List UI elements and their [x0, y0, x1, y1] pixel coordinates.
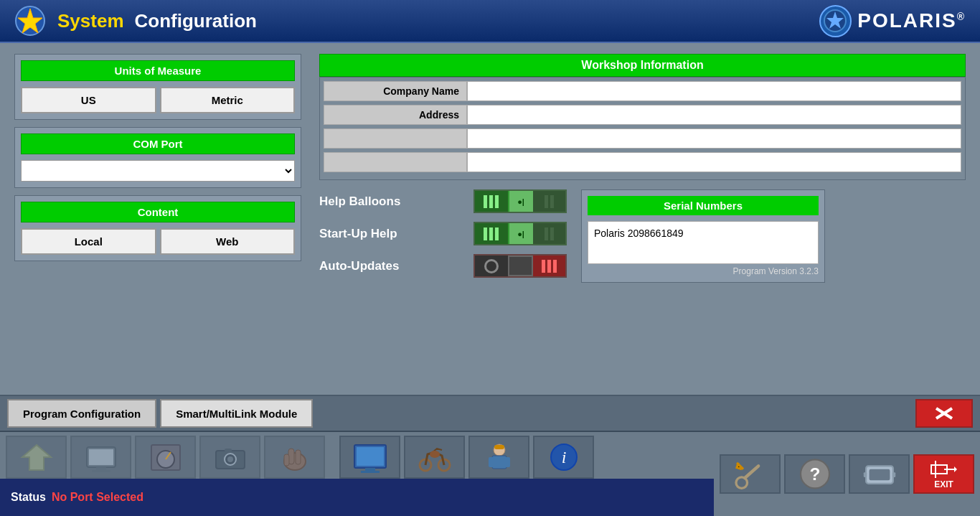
config-label: Configuration: [135, 10, 257, 32]
toolbar-icon-row: i: [0, 432, 714, 479]
serial-value: Polaris 2098661849: [588, 221, 819, 264]
svg-rect-41: [863, 472, 866, 477]
svg-text:i: i: [561, 448, 566, 466]
header-left: System Configuration: [14, 5, 257, 37]
svg-rect-21: [284, 454, 289, 466]
display-toolbar-button[interactable]: [70, 436, 131, 479]
exit-toolbar-button[interactable]: EXIT: [913, 454, 974, 494]
metric-button[interactable]: Metric: [160, 87, 296, 113]
svg-point-28: [430, 451, 440, 458]
address2-label: [324, 128, 467, 149]
address2-row: [320, 128, 965, 149]
help-balloons-label: Help Balloons: [319, 194, 463, 209]
us-button[interactable]: US: [21, 87, 156, 113]
address3-label: [324, 152, 467, 172]
close-button[interactable]: [915, 399, 973, 428]
workshop-header: Workshop Information: [319, 54, 966, 77]
main-area: Units of Measure US Metric COM Port COM1…: [0, 43, 980, 395]
right-btn-row-1: ?: [720, 454, 974, 494]
home-toolbar-button[interactable]: [6, 436, 67, 479]
svg-rect-42: [892, 472, 895, 477]
question-toolbar-button[interactable]: ?: [784, 454, 845, 494]
content-button-row: Local Web: [21, 228, 295, 255]
address3-input[interactable]: [467, 152, 961, 172]
right-panel: Workshop Information Company Name Addres…: [316, 50, 969, 388]
address3-row: [320, 152, 965, 172]
toggles-area: Help Balloons ●|: [319, 189, 567, 278]
bottom-toolbar: i Status No Port Selected: [0, 432, 980, 516]
status-value: No Port Selected: [52, 491, 143, 504]
auto-updates-toggle[interactable]: [473, 254, 567, 278]
left-panel: Units of Measure US Metric COM Port COM1…: [11, 50, 305, 388]
camera-icon: [212, 441, 248, 474]
startup-help-row: Start-Up Help ●|: [319, 222, 567, 245]
module-toolbar-button[interactable]: [849, 454, 910, 494]
exit-label: EXIT: [934, 479, 953, 489]
tab-bar: Program Configuration Smart/MultiLink Mo…: [0, 395, 980, 432]
local-button[interactable]: Local: [21, 228, 156, 255]
module-icon: [858, 456, 901, 492]
startup-help-toggle[interactable]: ●|: [473, 222, 567, 245]
com-port-select[interactable]: COM1 COM2 COM3: [21, 160, 295, 182]
address-row: Address: [320, 105, 965, 125]
svg-rect-32: [504, 457, 510, 467]
glove-icon: [277, 441, 313, 474]
camera-toolbar-button[interactable]: [199, 436, 260, 479]
mechanic-toolbar-button[interactable]: [468, 436, 529, 479]
screen-icon: [352, 441, 388, 474]
gauge-toolbar-button[interactable]: [135, 436, 196, 479]
svg-rect-25: [361, 471, 380, 473]
polaris-logo: POLARIS®: [819, 5, 966, 37]
tools-icon: [729, 456, 772, 492]
web-button[interactable]: Web: [160, 228, 296, 255]
home-icon: [19, 441, 55, 474]
tools-toolbar-button[interactable]: [720, 454, 781, 494]
units-header: Units of Measure: [21, 60, 295, 81]
auto-updates-label: Auto-Updates: [319, 259, 463, 273]
svg-marker-6: [22, 445, 51, 470]
system-label: System: [57, 10, 124, 32]
gauge-icon: [148, 441, 184, 474]
address-label: Address: [324, 105, 467, 125]
glove-toolbar-button[interactable]: [264, 436, 325, 479]
svg-rect-31: [489, 457, 494, 467]
workshop-form: Company Name Address: [319, 77, 966, 180]
app-logo-icon: [14, 5, 47, 37]
screen-toolbar-button[interactable]: [339, 436, 400, 479]
close-icon: [933, 405, 955, 421]
units-section: Units of Measure US Metric: [14, 54, 301, 120]
startup-help-label: Start-Up Help: [319, 227, 463, 241]
program-config-tab[interactable]: Program Configuration: [7, 399, 156, 428]
toggles-serial-row: Help Balloons ●|: [319, 186, 966, 286]
svg-rect-8: [89, 449, 113, 465]
svg-rect-24: [365, 468, 375, 471]
exit-icon: [930, 459, 958, 479]
smart-module-tab[interactable]: Smart/MultiLink Module: [160, 399, 313, 428]
company-name-input[interactable]: [467, 81, 961, 101]
svg-text:?: ?: [809, 464, 820, 484]
workshop-section: Workshop Information Company Name Addres…: [319, 54, 966, 180]
address2-input[interactable]: [467, 128, 961, 149]
info-toolbar-button[interactable]: i: [533, 436, 594, 479]
info-icon: i: [546, 441, 582, 474]
company-name-row: Company Name: [320, 81, 965, 101]
units-button-row: US Metric: [21, 87, 295, 113]
mechanic-icon: [481, 441, 517, 474]
help-balloons-toggle[interactable]: ●|: [473, 189, 567, 213]
question-icon: ?: [793, 456, 837, 492]
serial-section: Serial Numbers Polaris 2098661849 Progra…: [581, 189, 825, 283]
vehicle-toolbar-button[interactable]: [404, 436, 465, 479]
auto-updates-row: Auto-Updates: [319, 254, 567, 278]
address1-input[interactable]: [467, 105, 961, 125]
vehicle-icon: [417, 441, 453, 474]
svg-rect-10: [92, 470, 110, 472]
company-name-label: Company Name: [324, 81, 467, 101]
program-version: Program Version 3.2.3: [588, 266, 819, 276]
help-balloons-row: Help Balloons ●|: [319, 189, 567, 213]
serial-header: Serial Numbers: [588, 196, 819, 215]
svg-rect-33: [494, 445, 504, 449]
svg-rect-40: [869, 469, 890, 480]
config-row: Units of Measure US Metric COM Port COM1…: [11, 50, 969, 388]
svg-marker-45: [954, 466, 957, 472]
content-section: Content Local Web: [14, 195, 301, 261]
